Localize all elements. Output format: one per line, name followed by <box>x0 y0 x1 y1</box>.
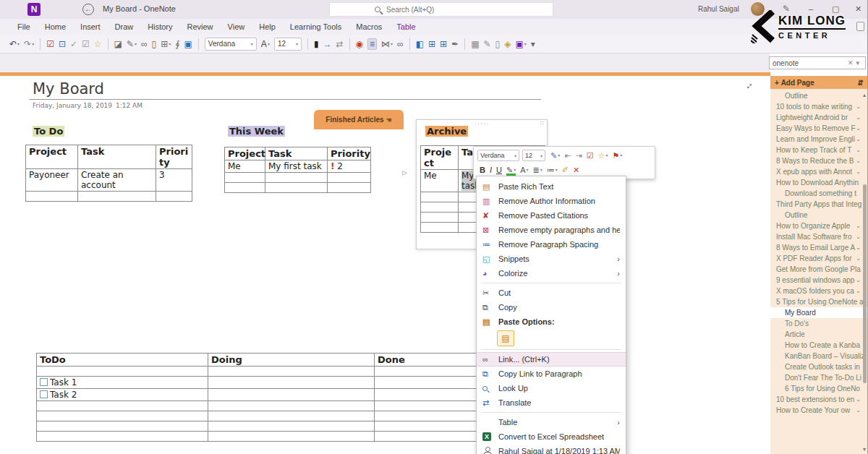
italic-icon[interactable]: I <box>490 166 492 174</box>
table-cell[interactable] <box>328 183 371 193</box>
page-list-item[interactable]: Third Party Apps that Integ <box>770 199 868 210</box>
table-cell[interactable]: Payoneer <box>26 169 78 192</box>
page-list-item[interactable]: Don't Fear The To-Do Li <box>770 372 868 383</box>
clipboard-icon[interactable]: ▯ <box>495 40 501 48</box>
record-icon[interactable]: ▣ <box>184 40 192 48</box>
redo-icon[interactable]: ↷▾ <box>24 40 34 48</box>
close-button[interactable]: ✕ <box>855 4 861 14</box>
table-cell[interactable] <box>208 367 375 377</box>
expand-page-icon[interactable]: ↔ <box>741 78 756 93</box>
checkbox-tag-icon[interactable]: ☑ <box>82 40 90 48</box>
table-cell[interactable]: ! 2 <box>328 160 371 173</box>
menu-item-view[interactable]: View <box>221 22 252 31</box>
column-header[interactable]: Doing <box>208 354 375 367</box>
table-cell[interactable] <box>208 421 375 432</box>
flag-icon[interactable]: ⚑▾ <box>612 152 622 160</box>
table-cell[interactable] <box>225 173 265 183</box>
sync-icon[interactable]: ◈ <box>504 40 511 48</box>
math-icon[interactable]: ∞ <box>397 40 404 48</box>
page-list-item[interactable]: 9 essential windows app⌄ <box>770 275 868 286</box>
table-cell[interactable] <box>328 173 371 183</box>
page-list-item[interactable]: Article <box>770 329 868 340</box>
table-row[interactable]: PayoneerCreate an account3 <box>26 169 192 192</box>
column-header[interactable]: Task <box>78 145 156 169</box>
table-cell[interactable] <box>375 432 478 442</box>
format-pen-icon[interactable]: ✎▾ <box>550 152 560 160</box>
table-cell[interactable] <box>37 401 208 411</box>
paragraph-marks-icon[interactable]: ≡ <box>367 38 377 50</box>
column-header[interactable]: Project <box>26 145 78 169</box>
table-row[interactable] <box>37 401 478 411</box>
table-cell[interactable] <box>421 202 459 213</box>
search-box[interactable]: Search (Alt+Q) <box>329 2 553 17</box>
page-list-item[interactable]: 10 tools to make writing⌄ <box>770 101 868 112</box>
table-cell[interactable] <box>375 421 478 432</box>
column-header[interactable]: Project <box>421 146 459 170</box>
font-name-select[interactable]: Verdana▾ <box>477 150 519 161</box>
attach-file-icon[interactable]: ∮ <box>175 40 179 48</box>
context-menu-item-colorize[interactable]: ◕Colorize› <box>477 266 626 280</box>
page-list-item[interactable]: Outline <box>770 210 868 220</box>
column-header[interactable]: Priority <box>328 147 371 160</box>
table-cell[interactable] <box>375 389 478 401</box>
task-checkbox[interactable] <box>40 390 48 398</box>
page-list-item[interactable]: X epub apps with Annot⌄ <box>770 166 868 177</box>
page-list-item[interactable]: Get More from Google Pla <box>770 264 868 275</box>
context-menu-item-cut[interactable]: ✂Cut <box>477 286 626 300</box>
font-color-icon[interactable]: A▾ <box>520 166 528 174</box>
new-docked-window-icon[interactable]: ⊞ <box>440 40 447 48</box>
protect-icon[interactable]: ◉ <box>356 40 363 48</box>
menu-item-draw[interactable]: Draw <box>108 22 141 31</box>
page-list-item[interactable]: My Board <box>770 307 868 318</box>
context-menu-item-link[interactable]: ∞Link... (Ctrl+K) <box>477 352 626 367</box>
new-page-icon[interactable]: ▯ <box>152 40 157 48</box>
column-header[interactable]: Project <box>225 147 265 160</box>
decrease-indent-icon[interactable]: ⇤ <box>564 152 571 160</box>
context-menu-item-paste-rich-text[interactable]: ▤Paste Rich Text <box>477 179 626 194</box>
context-menu-item-snippets[interactable]: ◱Snippets› <box>477 252 626 266</box>
table-row[interactable]: Task 1 <box>37 377 478 389</box>
table-cell[interactable] <box>265 183 328 193</box>
container-corner-icon[interactable]: ∷ <box>540 120 544 127</box>
table-cell[interactable] <box>26 192 78 202</box>
table-cell[interactable]: Me <box>225 160 265 173</box>
page-list-item[interactable]: Create Outlook tasks in <box>770 361 868 372</box>
table-cell[interactable] <box>78 192 156 202</box>
table-cell[interactable] <box>421 192 459 202</box>
star-tag-icon[interactable]: ☆ <box>94 40 102 48</box>
clear-search-icon[interactable]: ✕ <box>848 59 854 67</box>
format-painter-icon[interactable]: ▮ <box>314 40 319 48</box>
table-cell[interactable] <box>225 183 265 193</box>
todo-tag-icon[interactable]: ☑ <box>587 152 594 160</box>
paste-option-button[interactable]: ▤ <box>497 330 514 346</box>
table-row[interactable] <box>225 173 371 183</box>
column-header[interactable]: ToDo <box>37 354 208 367</box>
menu-item-insert[interactable]: Insert <box>73 22 108 31</box>
page-list-item[interactable]: Easy Ways to Remove Fr⌄ <box>770 123 868 134</box>
table-row[interactable] <box>37 432 478 442</box>
table-cell[interactable] <box>375 411 478 421</box>
font-size-select[interactable]: 12▾ <box>522 150 545 161</box>
page-list-item[interactable]: 10 best extensions to en⌄ <box>770 394 868 405</box>
context-menu-item-author-stamp[interactable]: Rahul Saigal at 1/18/2019 1:13 AM <box>477 444 626 454</box>
table-cell[interactable] <box>421 213 459 223</box>
table-cell[interactable] <box>37 367 208 377</box>
page-list-item[interactable]: 8 Ways to Email Large A⌄ <box>770 242 868 253</box>
column-header[interactable]: Priority <box>156 145 192 169</box>
archive-heading[interactable]: Archive <box>425 126 468 137</box>
check-tag-icon[interactable]: ✓ <box>70 40 77 48</box>
bold-icon[interactable]: B <box>480 166 485 174</box>
new-window-icon[interactable]: ⊞ <box>428 40 435 48</box>
page-list-item[interactable]: 5 Tips for Using OneNote a <box>770 296 868 307</box>
page-list-item[interactable]: X PDF Reader Apps for⌄ <box>770 253 868 264</box>
important-tag-icon[interactable]: ⊡ <box>59 40 66 48</box>
eraser-icon[interactable]: ◪ <box>114 40 122 48</box>
table-cell[interactable] <box>421 223 459 233</box>
page-list-item[interactable]: KanBan Board – Visualiz <box>770 351 868 361</box>
menu-item-learning-tools[interactable]: Learning Tools <box>283 22 349 31</box>
this-week-heading[interactable]: This Week <box>228 126 285 137</box>
underline-icon[interactable]: U <box>496 166 502 174</box>
menu-item-review[interactable]: Review <box>180 22 221 31</box>
font-size-select[interactable]: 12▾ <box>274 38 302 51</box>
context-menu-item-convert-to-excel[interactable]: XConvert to Excel Spreadsheet <box>477 429 626 444</box>
